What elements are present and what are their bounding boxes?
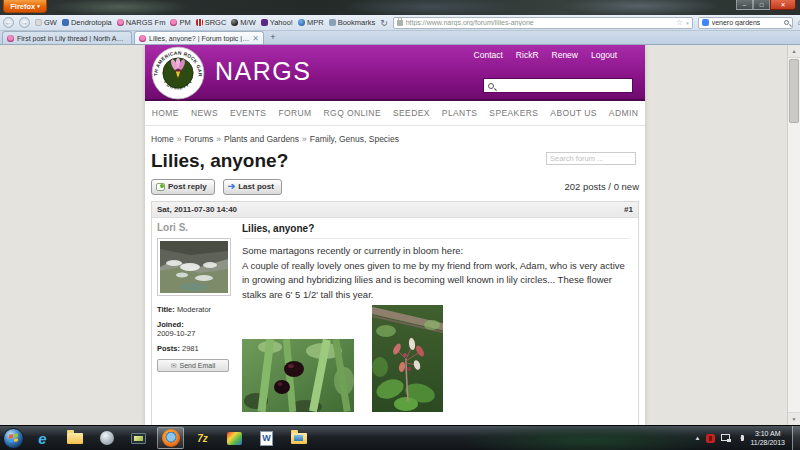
taskbar: e 7z W ▲ 3:10 AM 11/28/2013 — [0, 425, 800, 450]
tab-lilies-anyone[interactable]: Lilies, anyone? | Forum topic | North ..… — [134, 31, 264, 44]
scroll-up-icon[interactable]: ▲ — [788, 45, 800, 58]
bookmark-star-icon[interactable]: ☆ — [676, 19, 683, 27]
crumb-forums[interactable]: Forums — [184, 134, 213, 144]
nav-admin[interactable]: ADMIN — [609, 108, 638, 118]
nav-seedex[interactable]: SEEDEX — [393, 108, 430, 118]
taskbar-hp[interactable] — [93, 427, 120, 449]
nav-home[interactable]: HOME — [152, 108, 179, 118]
close-tab-icon[interactable]: ✕ — [252, 34, 259, 43]
chevron-down-icon[interactable]: ▾ — [686, 20, 689, 26]
post-number[interactable]: #1 — [624, 205, 633, 214]
bookmark-dendrotopia[interactable]: Dendrotopia — [62, 18, 112, 27]
site-search-input[interactable] — [497, 80, 617, 91]
nargs-page: NORTH AMERICAN ROCK GARDEN • SOCIETY • — [145, 45, 645, 425]
chevron-down-icon: ▾ — [37, 3, 40, 9]
bookmark-nargs-fm[interactable]: NARGS Fm — [117, 18, 166, 27]
crumb-plants-gardens[interactable]: Plants and Gardens — [224, 134, 299, 144]
bookmark-yahoo[interactable]: Yahoo! — [261, 18, 293, 27]
bookmark-mw[interactable]: M/W — [231, 18, 255, 27]
start-button[interactable] — [3, 428, 24, 449]
post-count: 202 posts / 0 new — [565, 181, 639, 192]
back-icon[interactable]: ← — [3, 17, 14, 28]
taskbar-firefox[interactable] — [157, 427, 184, 449]
crumb-home[interactable]: Home — [151, 134, 174, 144]
header-link-logout[interactable]: Logout — [591, 50, 617, 60]
bookmark-pm[interactable]: PM — [170, 18, 190, 27]
nargs-logo[interactable]: NORTH AMERICAN ROCK GARDEN • SOCIETY • — [151, 46, 205, 100]
scroll-down-icon[interactable]: ▼ — [788, 412, 800, 425]
taskbar-clock[interactable]: 3:10 AM 11/28/2013 — [750, 429, 785, 447]
header-link-renew[interactable]: Renew — [552, 50, 578, 60]
address-bar[interactable]: https://www.nargs.org/forum/lilies-anyon… — [393, 17, 693, 29]
taskbar-remote-desktop[interactable] — [125, 427, 152, 449]
title-row: Lilies, anyone? — [145, 147, 645, 173]
author-name[interactable]: Lori S. — [157, 222, 231, 233]
nav-events[interactable]: EVENTS — [230, 108, 266, 118]
taskbar-internet-explorer[interactable]: e — [29, 427, 56, 449]
forum-post: Sat, 2011-07-30 14:40 #1 Lori S. — [151, 201, 639, 425]
taskbar-7zip[interactable]: 7z — [189, 427, 216, 449]
author-title: Title: Moderator — [157, 305, 231, 315]
antivirus-icon[interactable] — [706, 434, 715, 443]
browser-search-value: venero gardens — [712, 19, 761, 26]
nav-forum[interactable]: FORUM — [278, 108, 311, 118]
nav-about-us[interactable]: ABOUT US — [550, 108, 597, 118]
firefox-menu-button[interactable]: Firefox ▾ — [3, 0, 47, 13]
network-icon[interactable] — [721, 434, 731, 442]
scrollbar[interactable]: ▲ ▼ — [787, 45, 800, 425]
search-icon[interactable] — [784, 20, 789, 25]
last-post-button[interactable]: ➔ Last post — [223, 179, 282, 195]
bookmark-mpr[interactable]: MPR — [298, 18, 324, 27]
taskbar-word[interactable]: W — [253, 427, 280, 449]
post-reply-button[interactable]: Post reply — [151, 179, 215, 195]
nav-news[interactable]: NEWS — [191, 108, 218, 118]
tab-first-post[interactable]: First post in Lily thread | North Ameri.… — [2, 31, 132, 44]
header-link-account[interactable]: RickR — [516, 50, 539, 60]
maximize-icon[interactable]: □ — [753, 0, 770, 10]
mpr-favicon-icon — [298, 19, 305, 26]
taskbar-irfanview[interactable] — [221, 427, 248, 449]
nav-rgq-online[interactable]: RGQ ONLINE — [324, 108, 381, 118]
search-engine-icon[interactable] — [702, 19, 709, 26]
new-tab-button[interactable]: + — [266, 32, 280, 43]
close-icon[interactable]: ✕ — [770, 0, 796, 10]
bookmark-srgc[interactable]: SRGC — [196, 18, 227, 27]
crumb-family-genus-species[interactable]: Family, Genus, Species — [310, 134, 399, 144]
show-desktop-button[interactable] — [792, 426, 800, 450]
bookmark-bookmarks[interactable]: Bookmarks — [329, 18, 376, 27]
flower-favicon-icon — [170, 19, 177, 26]
taskbar-windows-explorer[interactable] — [61, 427, 88, 449]
minimize-icon[interactable]: – — [736, 0, 753, 10]
post-body: Lori S. — [152, 218, 638, 417]
breadcrumb-separator: » — [302, 134, 307, 144]
firefox-menu-label: Firefox — [10, 2, 35, 11]
header-link-contact[interactable]: Contact — [474, 50, 503, 60]
post-title: Lilies, anyone? — [242, 223, 630, 239]
pictures-folder-icon — [291, 433, 307, 444]
tray-expand-icon[interactable]: ▲ — [695, 435, 701, 441]
search-icon — [488, 83, 494, 89]
brand-title[interactable]: NARGS — [215, 57, 311, 86]
forum-search-input[interactable] — [546, 152, 636, 165]
nav-speakers[interactable]: SPEAKERS — [489, 108, 538, 118]
yahoo-favicon-icon — [261, 19, 268, 26]
taskbar-pictures[interactable] — [285, 427, 312, 449]
post-paragraph: A couple of really lovely ones given to … — [242, 259, 630, 303]
arrow-right-icon: ➔ — [228, 182, 236, 191]
scrollbar-thumb[interactable] — [789, 59, 799, 123]
site-search-box[interactable] — [483, 78, 633, 93]
volume-icon[interactable] — [737, 435, 744, 441]
browser-search-box[interactable]: venero gardens — [698, 17, 793, 29]
internet-explorer-icon: e — [38, 431, 46, 446]
post-image-pink-martagon[interactable] — [372, 305, 443, 412]
windows-flag-icon — [9, 433, 18, 442]
avatar[interactable] — [157, 238, 231, 296]
nav-plants[interactable]: PLANTS — [442, 108, 477, 118]
send-email-button[interactable]: ✉ Send Email — [157, 359, 229, 372]
reply-bubble-icon — [156, 183, 165, 191]
bookmark-gw[interactable]: GW — [35, 18, 57, 27]
forward-icon[interactable]: → — [19, 17, 30, 28]
post-image-dark-martagon[interactable] — [242, 339, 354, 412]
reload-icon[interactable]: ↻ — [380, 18, 388, 28]
post-paragraph: Some martagons recently or currently in … — [242, 244, 630, 259]
